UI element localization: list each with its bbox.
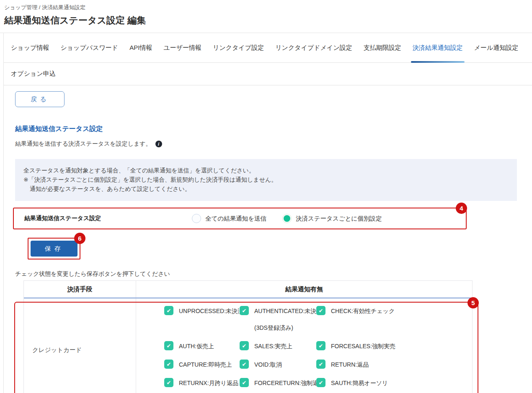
check-forcereturn[interactable]: ✔ FORCERETURN:強制返品 — [240, 378, 316, 387]
check-sauth[interactable]: ✔ SAUTH:簡易オーソリ — [316, 378, 472, 387]
tab-user-info[interactable]: ユーザー情報 — [163, 33, 201, 62]
page-title: 結果通知送信ステータス設定 編集 — [4, 14, 532, 27]
save-button-annotation: 6 保存 — [28, 238, 80, 259]
checkbox-checked-icon[interactable]: ✔ — [164, 341, 173, 350]
tab-payment-result-notification-settings[interactable]: 決済結果通知設定 — [413, 33, 463, 62]
check-return[interactable]: ✔ RETURN:返品 — [316, 360, 472, 369]
checkbox-checked-icon[interactable]: ✔ — [240, 378, 249, 387]
status-radio-group: 全ての結果通知を送信 決済ステータスごとに個別設定 — [192, 214, 382, 223]
check-label: SALES:実売上 — [254, 341, 292, 350]
table-header-row: 決済手段 結果通知有無 — [24, 281, 472, 298]
checkbox-checked-icon[interactable]: ✔ — [316, 378, 325, 387]
check-label: VOID:取消 — [254, 360, 282, 369]
tab-shop-info[interactable]: ショップ情報 — [11, 33, 49, 62]
tab-option-application[interactable]: オプション申込 — [11, 63, 56, 85]
notice-box: 全ステータスを通知対象とする場合、「全ての結果通知を送信」を選択してください。 … — [15, 159, 517, 201]
check-forcesales[interactable]: ✔ FORCESALES:強制実売 — [316, 341, 472, 350]
info-circle-icon[interactable]: i — [155, 141, 162, 147]
check-sales[interactable]: ✔ SALES:実売上 — [240, 341, 316, 350]
status-checks-grid: ✔ UNPROCESSED:未決済 ✔ AUTHENTICATED:未決済 (3… — [164, 306, 472, 387]
section-description: 結果通知を送信する決済ステータスを設定します。 i — [15, 140, 532, 148]
checkbox-checked-icon[interactable]: ✔ — [316, 360, 325, 369]
section-heading: 結果通知送信ステータス設定 — [15, 125, 532, 134]
main-panel: 戻る 結果通知送信ステータス設定 結果通知を送信する決済ステータスを設定します。… — [4, 91, 532, 393]
tab-linktype-settings[interactable]: リンクタイプ設定 — [213, 33, 264, 62]
check-label-line1: AUTHENTICATED:未決済 — [254, 308, 322, 314]
annotation-badge-4: 4 — [456, 203, 467, 214]
save-button[interactable]: 保存 — [31, 241, 77, 257]
radio-individual-label: 決済ステータスごとに個別設定 — [296, 215, 382, 223]
radio-selected-icon[interactable] — [282, 214, 292, 223]
check-label: UNPROCESSED:未決済 — [179, 306, 243, 315]
radio-send-all-label: 全ての結果通知を送信 — [205, 215, 266, 223]
notification-table: 決済手段 結果通知有無 5 クレジットカード ✔ UNPROCESSED:未決済 — [23, 280, 473, 393]
checkbox-checked-icon[interactable]: ✔ — [164, 306, 173, 315]
check-label: CHECK:有効性チェック — [331, 306, 395, 315]
check-label: FORCESALES:強制実売 — [331, 341, 395, 350]
check-label: SAUTH:簡易オーソリ — [331, 378, 388, 387]
checkbox-checked-icon[interactable]: ✔ — [240, 306, 249, 315]
status-setting-label: 結果通知送信ステータス設定 — [24, 215, 192, 222]
check-label: RETURN:返品 — [331, 360, 369, 369]
checkbox-checked-icon[interactable]: ✔ — [164, 378, 173, 387]
radio-send-all-notifications[interactable]: 全ての結果通知を送信 — [192, 214, 266, 223]
check-label: FORCERETURN:強制返品 — [254, 378, 324, 387]
radio-individual-per-status[interactable]: 決済ステータスごとに個別設定 — [282, 214, 382, 223]
tab-bar-secondary: オプション申込 — [4, 63, 532, 85]
checkbox-checked-icon[interactable]: ✔ — [240, 341, 249, 350]
tab-shop-password[interactable]: ショップパスワード — [60, 33, 118, 62]
header-payment-method: 決済手段 — [24, 281, 136, 298]
notice-line-3: 通知が必要なステータスを、あらためて設定してください。 — [23, 184, 509, 193]
check-auth[interactable]: ✔ AUTH:仮売上 — [164, 341, 240, 350]
check-label: RETURNX:月跨り返品 — [179, 378, 238, 387]
checkbox-checked-icon[interactable]: ✔ — [240, 360, 249, 369]
breadcrumb: ショップ管理 / 決済結果通知設定 — [4, 4, 532, 11]
check-unprocessed[interactable]: ✔ UNPROCESSED:未決済 — [164, 306, 240, 332]
check-authenticated[interactable]: ✔ AUTHENTICATED:未決済 (3DS登録済み) — [240, 306, 316, 332]
content-area: ショップ情報 ショップパスワード API情報 ユーザー情報 リンクタイプ設定 リ… — [3, 33, 532, 393]
page-header: ショップ管理 / 決済結果通知設定 結果通知送信ステータス設定 編集 — [0, 0, 532, 33]
check-check[interactable]: ✔ CHECK:有効性チェック — [316, 306, 472, 332]
check-label: AUTH:仮売上 — [179, 341, 214, 350]
notice-line-2: ※「決済ステータスごとに個別設定」を選択した場合、新規契約した決済手段は通知しま… — [23, 175, 509, 184]
status-checks-cell: ✔ UNPROCESSED:未決済 ✔ AUTHENTICATED:未決済 (3… — [136, 298, 472, 393]
checkbox-checked-icon[interactable]: ✔ — [316, 306, 325, 315]
tab-api-info[interactable]: API情報 — [129, 33, 152, 62]
check-capture[interactable]: ✔ CAPTURE:即時売上 — [164, 360, 240, 369]
status-setting-row: 4 結果通知送信ステータス設定 全ての結果通知を送信 決済ステータスごとに個別設… — [13, 208, 467, 229]
check-label-line2: (3DS登録済み) — [254, 324, 322, 332]
check-label: CAPTURE:即時売上 — [179, 360, 232, 369]
header-notification-enabled: 結果通知有無 — [136, 281, 472, 298]
tab-mail-notification-settings[interactable]: メール通知設定 — [474, 33, 519, 62]
check-void[interactable]: ✔ VOID:取消 — [240, 360, 316, 369]
tab-payment-deadline-settings[interactable]: 支払期限設定 — [364, 33, 401, 62]
payment-method-cell: クレジットカード — [24, 298, 136, 393]
check-label: AUTHENTICATED:未決済 (3DS登録済み) — [254, 306, 322, 332]
back-button[interactable]: 戻る — [15, 91, 65, 107]
notice-line-1: 全ステータスを通知対象とする場合、「全ての結果通知を送信」を選択してください。 — [23, 166, 509, 175]
section-description-text: 結果通知を送信する決済ステータスを設定します。 — [15, 140, 152, 148]
table-caption: チェック状態を変更したら保存ボタンを押下してください — [15, 270, 532, 278]
check-returnx[interactable]: ✔ RETURNX:月跨り返品 — [164, 378, 240, 387]
table-row: 5 クレジットカード ✔ UNPROCESSED:未決済 ✔ AUTHENTIC… — [24, 298, 472, 393]
checkbox-checked-icon[interactable]: ✔ — [316, 341, 325, 350]
radio-unselected-icon[interactable] — [192, 214, 201, 223]
checkbox-checked-icon[interactable]: ✔ — [164, 360, 173, 369]
tab-bar-primary: ショップ情報 ショップパスワード API情報 ユーザー情報 リンクタイプ設定 リ… — [4, 33, 532, 63]
tab-linktype-domain-settings[interactable]: リンクタイプドメイン設定 — [275, 33, 352, 62]
annotation-badge-6: 6 — [74, 233, 85, 244]
